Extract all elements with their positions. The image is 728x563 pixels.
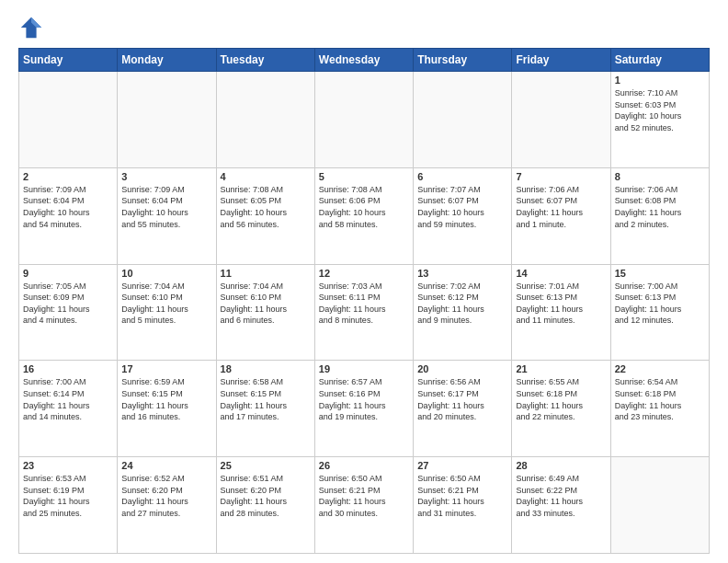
week-row-3: 9Sunrise: 7:05 AM Sunset: 6:09 PM Daylig… xyxy=(19,264,710,361)
day-cell: 24Sunrise: 6:52 AM Sunset: 6:20 PM Dayli… xyxy=(118,457,216,554)
day-cell: 2Sunrise: 7:09 AM Sunset: 6:04 PM Daylig… xyxy=(19,167,118,264)
day-info: Sunrise: 6:50 AM Sunset: 6:21 PM Dayligh… xyxy=(417,473,507,519)
day-cell xyxy=(414,72,512,168)
day-number: 11 xyxy=(221,268,311,279)
day-info: Sunrise: 7:08 AM Sunset: 6:05 PM Dayligh… xyxy=(221,184,311,230)
day-cell: 15Sunrise: 7:00 AM Sunset: 6:13 PM Dayli… xyxy=(610,264,709,361)
day-cell xyxy=(19,72,118,168)
week-row-5: 23Sunrise: 6:53 AM Sunset: 6:19 PM Dayli… xyxy=(19,457,710,554)
col-header-wednesday: Wednesday xyxy=(314,49,413,72)
day-cell: 21Sunrise: 6:55 AM Sunset: 6:18 PM Dayli… xyxy=(512,361,610,457)
day-info: Sunrise: 6:55 AM Sunset: 6:18 PM Dayligh… xyxy=(516,376,606,422)
day-cell xyxy=(216,72,314,168)
day-info: Sunrise: 7:10 AM Sunset: 6:03 PM Dayligh… xyxy=(615,87,705,133)
week-row-4: 16Sunrise: 7:00 AM Sunset: 6:14 PM Dayli… xyxy=(19,361,710,457)
col-header-tuesday: Tuesday xyxy=(216,49,314,72)
day-number: 7 xyxy=(516,171,606,182)
day-cell: 17Sunrise: 6:59 AM Sunset: 6:15 PM Dayli… xyxy=(118,361,216,457)
day-info: Sunrise: 7:00 AM Sunset: 6:13 PM Dayligh… xyxy=(615,281,705,327)
day-cell: 26Sunrise: 6:50 AM Sunset: 6:21 PM Dayli… xyxy=(314,457,413,554)
day-cell: 23Sunrise: 6:53 AM Sunset: 6:19 PM Dayli… xyxy=(19,457,118,554)
day-cell: 7Sunrise: 7:06 AM Sunset: 6:07 PM Daylig… xyxy=(512,167,610,264)
col-header-sunday: Sunday xyxy=(19,49,118,72)
day-info: Sunrise: 7:04 AM Sunset: 6:10 PM Dayligh… xyxy=(221,281,311,327)
day-number: 9 xyxy=(23,268,113,279)
day-number: 16 xyxy=(23,363,113,374)
day-header-row: SundayMondayTuesdayWednesdayThursdayFrid… xyxy=(19,49,710,72)
day-info: Sunrise: 7:07 AM Sunset: 6:07 PM Dayligh… xyxy=(417,184,507,230)
day-number: 10 xyxy=(121,268,211,279)
day-info: Sunrise: 7:06 AM Sunset: 6:07 PM Dayligh… xyxy=(516,184,606,230)
day-cell: 11Sunrise: 7:04 AM Sunset: 6:10 PM Dayli… xyxy=(216,264,314,361)
day-info: Sunrise: 6:54 AM Sunset: 6:18 PM Dayligh… xyxy=(615,376,705,422)
day-info: Sunrise: 7:03 AM Sunset: 6:11 PM Dayligh… xyxy=(319,281,409,327)
day-number: 23 xyxy=(23,460,113,471)
col-header-thursday: Thursday xyxy=(414,49,512,72)
col-header-monday: Monday xyxy=(118,49,216,72)
day-number: 15 xyxy=(615,268,705,279)
day-cell: 8Sunrise: 7:06 AM Sunset: 6:08 PM Daylig… xyxy=(610,167,709,264)
day-info: Sunrise: 6:50 AM Sunset: 6:21 PM Dayligh… xyxy=(319,473,409,519)
day-cell xyxy=(314,72,413,168)
day-number: 2 xyxy=(23,171,113,182)
day-number: 21 xyxy=(516,363,606,374)
day-cell xyxy=(512,72,610,168)
day-number: 19 xyxy=(319,363,409,374)
day-info: Sunrise: 7:08 AM Sunset: 6:06 PM Dayligh… xyxy=(319,184,409,230)
day-number: 1 xyxy=(615,75,705,86)
day-number: 3 xyxy=(121,171,211,182)
day-number: 25 xyxy=(221,460,311,471)
day-number: 12 xyxy=(319,268,409,279)
day-cell: 12Sunrise: 7:03 AM Sunset: 6:11 PM Dayli… xyxy=(314,264,413,361)
day-cell: 9Sunrise: 7:05 AM Sunset: 6:09 PM Daylig… xyxy=(19,264,118,361)
day-info: Sunrise: 6:56 AM Sunset: 6:17 PM Dayligh… xyxy=(417,376,507,422)
day-number: 28 xyxy=(516,460,606,471)
calendar-table: SundayMondayTuesdayWednesdayThursdayFrid… xyxy=(18,48,710,554)
day-info: Sunrise: 6:57 AM Sunset: 6:16 PM Dayligh… xyxy=(319,376,409,422)
day-cell: 10Sunrise: 7:04 AM Sunset: 6:10 PM Dayli… xyxy=(118,264,216,361)
day-cell: 14Sunrise: 7:01 AM Sunset: 6:13 PM Dayli… xyxy=(512,264,610,361)
day-info: Sunrise: 7:00 AM Sunset: 6:14 PM Dayligh… xyxy=(23,376,113,422)
day-info: Sunrise: 7:04 AM Sunset: 6:10 PM Dayligh… xyxy=(121,281,211,327)
day-cell: 16Sunrise: 7:00 AM Sunset: 6:14 PM Dayli… xyxy=(19,361,118,457)
day-number: 14 xyxy=(516,268,606,279)
day-cell: 22Sunrise: 6:54 AM Sunset: 6:18 PM Dayli… xyxy=(610,361,709,457)
logo xyxy=(18,15,48,40)
day-cell: 6Sunrise: 7:07 AM Sunset: 6:07 PM Daylig… xyxy=(414,167,512,264)
day-info: Sunrise: 7:02 AM Sunset: 6:12 PM Dayligh… xyxy=(417,281,507,327)
day-cell: 13Sunrise: 7:02 AM Sunset: 6:12 PM Dayli… xyxy=(414,264,512,361)
day-number: 20 xyxy=(417,363,507,374)
col-header-friday: Friday xyxy=(512,49,610,72)
col-header-saturday: Saturday xyxy=(610,49,709,72)
day-number: 26 xyxy=(319,460,409,471)
day-info: Sunrise: 7:01 AM Sunset: 6:13 PM Dayligh… xyxy=(516,281,606,327)
day-number: 18 xyxy=(221,363,311,374)
day-info: Sunrise: 6:53 AM Sunset: 6:19 PM Dayligh… xyxy=(23,473,113,519)
day-cell: 20Sunrise: 6:56 AM Sunset: 6:17 PM Dayli… xyxy=(414,361,512,457)
page: SundayMondayTuesdayWednesdayThursdayFrid… xyxy=(0,0,728,563)
day-info: Sunrise: 6:59 AM Sunset: 6:15 PM Dayligh… xyxy=(121,376,211,422)
day-info: Sunrise: 7:09 AM Sunset: 6:04 PM Dayligh… xyxy=(23,184,113,230)
day-number: 27 xyxy=(417,460,507,471)
day-number: 22 xyxy=(615,363,705,374)
day-info: Sunrise: 6:51 AM Sunset: 6:20 PM Dayligh… xyxy=(221,473,311,519)
day-cell: 4Sunrise: 7:08 AM Sunset: 6:05 PM Daylig… xyxy=(216,167,314,264)
week-row-2: 2Sunrise: 7:09 AM Sunset: 6:04 PM Daylig… xyxy=(19,167,710,264)
day-info: Sunrise: 6:49 AM Sunset: 6:22 PM Dayligh… xyxy=(516,473,606,519)
day-cell: 25Sunrise: 6:51 AM Sunset: 6:20 PM Dayli… xyxy=(216,457,314,554)
day-number: 8 xyxy=(615,171,705,182)
day-info: Sunrise: 7:05 AM Sunset: 6:09 PM Dayligh… xyxy=(23,281,113,327)
day-number: 4 xyxy=(221,171,311,182)
calendar-body: 1Sunrise: 7:10 AM Sunset: 6:03 PM Daylig… xyxy=(19,72,710,554)
header xyxy=(18,15,710,40)
logo-icon xyxy=(18,15,44,40)
day-cell xyxy=(118,72,216,168)
day-cell: 28Sunrise: 6:49 AM Sunset: 6:22 PM Dayli… xyxy=(512,457,610,554)
day-number: 13 xyxy=(417,268,507,279)
day-cell: 27Sunrise: 6:50 AM Sunset: 6:21 PM Dayli… xyxy=(414,457,512,554)
day-cell: 1Sunrise: 7:10 AM Sunset: 6:03 PM Daylig… xyxy=(610,72,709,168)
week-row-1: 1Sunrise: 7:10 AM Sunset: 6:03 PM Daylig… xyxy=(19,72,710,168)
day-info: Sunrise: 6:58 AM Sunset: 6:15 PM Dayligh… xyxy=(221,376,311,422)
day-info: Sunrise: 7:09 AM Sunset: 6:04 PM Dayligh… xyxy=(121,184,211,230)
day-cell: 18Sunrise: 6:58 AM Sunset: 6:15 PM Dayli… xyxy=(216,361,314,457)
